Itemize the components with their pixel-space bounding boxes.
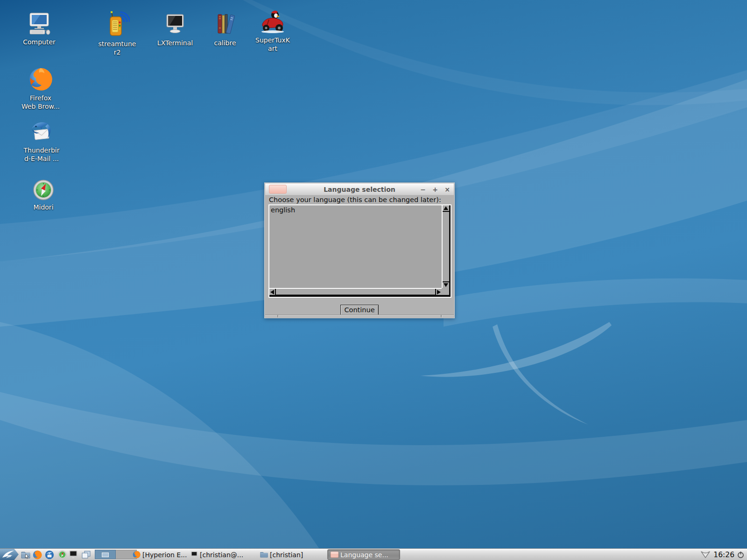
vertical-scroll-thumb[interactable] — [443, 212, 449, 281]
horizontal-scroll-thumb[interactable] — [276, 289, 435, 295]
language-prompt-label: Choose your language (this can be change… — [269, 196, 441, 203]
lxde-logo-icon — [1, 550, 15, 559]
desktop-icon-label: calibre — [214, 39, 236, 48]
taskbar-item-filemanager[interactable]: [christian] — [257, 549, 306, 560]
show-desktop-button[interactable] — [81, 550, 91, 560]
workspace-window-preview — [102, 553, 109, 557]
desktop-icon-label: Midori — [33, 203, 53, 212]
desktop-icon-lxterminal[interactable]: LXTerminal — [149, 13, 201, 48]
network-icon[interactable] — [700, 551, 711, 559]
calibre-icon — [213, 12, 237, 36]
firefox-icon — [133, 551, 141, 559]
right-arrow-icon — [437, 290, 441, 294]
taskbar-item-language-selection[interactable]: Language se... — [327, 549, 400, 560]
scroll-up-button[interactable] — [443, 205, 449, 212]
desktop-icon-label: LXTerminal — [157, 39, 193, 48]
desktop-icon-label: Firefox Web Brow... — [21, 94, 60, 111]
desktop-icon-computer[interactable]: Computer — [14, 12, 65, 47]
power-icon[interactable] — [737, 551, 744, 559]
system-tray: 16:26 — [700, 549, 744, 560]
desktop-icon-streamtuner2[interactable]: streamtune r2 — [92, 11, 143, 56]
window-app-icon — [269, 185, 287, 194]
lxterminal-icon — [163, 13, 187, 36]
continue-button[interactable]: Continue — [340, 305, 379, 315]
firefox-launcher[interactable] — [32, 550, 42, 560]
language-selection-window: Language selection − + × Choose your lan… — [264, 182, 455, 318]
horizontal-scrollbar[interactable] — [269, 288, 442, 297]
down-arrow-icon — [444, 283, 448, 287]
list-item-english[interactable]: english — [269, 205, 442, 214]
thunderbird-icon — [45, 550, 54, 560]
desktop-icon-label: streamtune r2 — [99, 40, 136, 56]
midori-launcher[interactable] — [57, 550, 67, 560]
computer-icon — [27, 12, 51, 35]
desktop-icon-label: Computer — [23, 38, 56, 47]
terminal-icon — [69, 550, 78, 559]
windows-icon — [81, 550, 91, 559]
grip-notch-left — [277, 315, 278, 317]
thunderbird-launcher[interactable] — [44, 550, 55, 560]
minimize-button[interactable]: − — [419, 186, 427, 193]
supertuxkart-icon — [260, 9, 286, 34]
firefox-icon — [28, 67, 53, 91]
left-arrow-icon — [270, 290, 274, 294]
streamtuner2-icon — [105, 11, 130, 37]
scrollbar-corner — [442, 288, 451, 297]
desktop-icon-supertuxkart[interactable]: SuperTuxK art — [247, 9, 298, 53]
start-menu-button[interactable] — [0, 549, 19, 560]
desktop-icon-firefox[interactable]: Firefox Web Brow... — [15, 67, 66, 111]
task-label: Language se... — [340, 551, 388, 559]
midori-icon — [58, 550, 67, 559]
taskbar-item-terminal[interactable]: [christian@... — [188, 549, 246, 560]
window-titlebar[interactable]: Language selection − + × — [265, 183, 454, 195]
vertical-scrollbar[interactable] — [442, 205, 451, 288]
language-listbox[interactable]: english — [268, 204, 451, 298]
desktop-icon-thunderbird[interactable]: Thunderbir d-E-Mail ... — [16, 120, 67, 163]
folder-icon — [260, 551, 268, 558]
desktop-icon-label: Thunderbir d-E-Mail ... — [24, 147, 60, 163]
firefox-icon — [33, 550, 42, 560]
task-label: [christian@... — [200, 551, 243, 559]
desktop: Computer streamtune r2 — [0, 0, 747, 560]
desktop-icon-midori[interactable]: Midori — [18, 179, 69, 212]
scroll-down-button[interactable] — [443, 281, 449, 288]
maximize-button[interactable]: + — [431, 186, 439, 193]
grip-notch-right — [441, 315, 442, 317]
window-icon — [331, 552, 338, 558]
scroll-left-button[interactable] — [269, 289, 276, 295]
language-list-view[interactable]: english — [269, 205, 442, 288]
lxterminal-launcher[interactable] — [68, 550, 78, 560]
file-manager-icon — [21, 550, 31, 559]
terminal-icon — [190, 551, 198, 558]
thunderbird-icon — [30, 120, 53, 144]
workspace-1[interactable] — [95, 550, 116, 559]
scroll-right-button[interactable] — [435, 289, 442, 295]
midori-icon — [33, 179, 54, 201]
taskbar: [Hyperion E... [christian@... [christian… — [0, 548, 747, 560]
taskbar-item-hyperion[interactable]: [Hyperion E... — [130, 549, 190, 560]
desktop-icon-calibre[interactable]: calibre — [199, 12, 251, 48]
task-label: [Hyperion E... — [142, 551, 187, 559]
desktop-icon-label: SuperTuxK art — [255, 36, 290, 53]
taskbar-clock: 16:26 — [713, 551, 734, 559]
close-button[interactable]: × — [444, 186, 451, 193]
window-resize-grip[interactable] — [265, 315, 454, 317]
task-label: [christian] — [270, 551, 303, 559]
file-manager-launcher[interactable] — [21, 550, 31, 560]
up-arrow-icon — [444, 206, 448, 210]
